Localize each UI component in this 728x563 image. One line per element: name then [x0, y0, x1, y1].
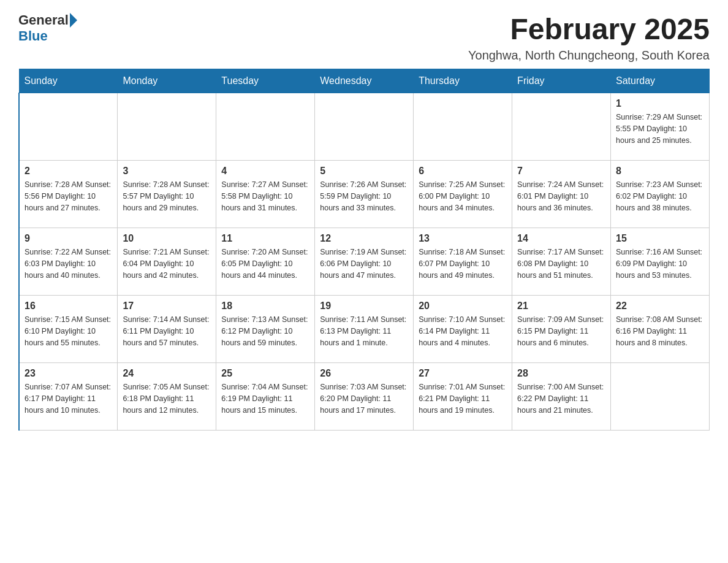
- day-info: Sunrise: 7:28 AM Sunset: 5:56 PM Dayligh…: [25, 179, 112, 213]
- day-info: Sunrise: 7:13 AM Sunset: 6:12 PM Dayligh…: [221, 314, 309, 348]
- calendar-day-cell: [414, 93, 512, 161]
- calendar-day-cell: [216, 93, 315, 161]
- day-info: Sunrise: 7:25 AM Sunset: 6:00 PM Dayligh…: [419, 179, 507, 213]
- day-number: 11: [221, 233, 309, 244]
- day-number: 1: [616, 98, 704, 109]
- day-number: 8: [616, 166, 704, 177]
- day-number: 6: [419, 166, 507, 177]
- day-info: Sunrise: 7:24 AM Sunset: 6:01 PM Dayligh…: [517, 179, 605, 213]
- day-info: Sunrise: 7:15 AM Sunset: 6:10 PM Dayligh…: [25, 314, 112, 348]
- calendar-day-cell: 16Sunrise: 7:15 AM Sunset: 6:10 PM Dayli…: [19, 296, 118, 363]
- day-info: Sunrise: 7:07 AM Sunset: 6:17 PM Dayligh…: [25, 381, 112, 416]
- weekday-header-tuesday: Tuesday: [216, 69, 315, 93]
- day-number: 13: [419, 233, 507, 244]
- day-number: 16: [25, 301, 112, 312]
- day-info: Sunrise: 7:16 AM Sunset: 6:09 PM Dayligh…: [616, 247, 704, 281]
- logo: General Blue: [18, 12, 78, 44]
- calendar-week-row: 1Sunrise: 7:29 AM Sunset: 5:55 PM Daylig…: [19, 93, 710, 161]
- weekday-header-saturday: Saturday: [611, 69, 710, 93]
- calendar-day-cell: 28Sunrise: 7:00 AM Sunset: 6:22 PM Dayli…: [512, 363, 611, 431]
- calendar-day-cell: [512, 93, 611, 161]
- calendar-day-cell: 8Sunrise: 7:23 AM Sunset: 6:02 PM Daylig…: [611, 161, 710, 228]
- day-info: Sunrise: 7:05 AM Sunset: 6:18 PM Dayligh…: [123, 381, 211, 416]
- calendar-week-row: 16Sunrise: 7:15 AM Sunset: 6:10 PM Dayli…: [19, 296, 710, 363]
- calendar-day-cell: 9Sunrise: 7:22 AM Sunset: 6:03 PM Daylig…: [19, 228, 118, 296]
- day-number: 25: [221, 368, 309, 379]
- calendar-day-cell: 27Sunrise: 7:01 AM Sunset: 6:21 PM Dayli…: [414, 363, 512, 431]
- calendar-day-cell: [611, 363, 710, 431]
- day-number: 3: [123, 166, 211, 177]
- calendar-table: SundayMondayTuesdayWednesdayThursdayFrid…: [18, 69, 710, 431]
- calendar-day-cell: 18Sunrise: 7:13 AM Sunset: 6:12 PM Dayli…: [216, 296, 315, 363]
- day-info: Sunrise: 7:19 AM Sunset: 6:06 PM Dayligh…: [320, 247, 408, 281]
- calendar-day-cell: 19Sunrise: 7:11 AM Sunset: 6:13 PM Dayli…: [315, 296, 414, 363]
- calendar-week-row: 2Sunrise: 7:28 AM Sunset: 5:56 PM Daylig…: [19, 161, 710, 228]
- day-number: 5: [320, 166, 408, 177]
- day-number: 21: [517, 301, 605, 312]
- day-info: Sunrise: 7:04 AM Sunset: 6:19 PM Dayligh…: [221, 381, 309, 416]
- day-info: Sunrise: 7:09 AM Sunset: 6:15 PM Dayligh…: [517, 314, 605, 348]
- calendar-day-cell: 2Sunrise: 7:28 AM Sunset: 5:56 PM Daylig…: [19, 161, 118, 228]
- day-info: Sunrise: 7:26 AM Sunset: 5:59 PM Dayligh…: [320, 179, 408, 213]
- weekday-header-row: SundayMondayTuesdayWednesdayThursdayFrid…: [19, 69, 710, 93]
- calendar-day-cell: 17Sunrise: 7:14 AM Sunset: 6:11 PM Dayli…: [118, 296, 216, 363]
- page-header: General Blue February 2025 Yonghwa, Nort…: [18, 12, 710, 63]
- weekday-header-sunday: Sunday: [19, 69, 118, 93]
- day-info: Sunrise: 7:01 AM Sunset: 6:21 PM Dayligh…: [419, 381, 507, 416]
- calendar-day-cell: [118, 93, 216, 161]
- day-info: Sunrise: 7:27 AM Sunset: 5:58 PM Dayligh…: [221, 179, 309, 213]
- calendar-day-cell: 23Sunrise: 7:07 AM Sunset: 6:17 PM Dayli…: [19, 363, 118, 431]
- day-number: 2: [25, 166, 112, 177]
- day-info: Sunrise: 7:28 AM Sunset: 5:57 PM Dayligh…: [123, 179, 211, 213]
- calendar-title: February 2025: [468, 12, 710, 46]
- day-number: 14: [517, 233, 605, 244]
- calendar-day-cell: 25Sunrise: 7:04 AM Sunset: 6:19 PM Dayli…: [216, 363, 315, 431]
- day-number: 10: [123, 233, 211, 244]
- calendar-day-cell: 21Sunrise: 7:09 AM Sunset: 6:15 PM Dayli…: [512, 296, 611, 363]
- day-number: 18: [221, 301, 309, 312]
- calendar-day-cell: 14Sunrise: 7:17 AM Sunset: 6:08 PM Dayli…: [512, 228, 611, 296]
- day-number: 7: [517, 166, 605, 177]
- day-number: 20: [419, 301, 507, 312]
- day-number: 28: [517, 368, 605, 379]
- logo-general-text: General: [18, 12, 69, 28]
- title-block: February 2025 Yonghwa, North Chungcheong…: [468, 12, 710, 63]
- day-number: 27: [419, 368, 507, 379]
- calendar-day-cell: 5Sunrise: 7:26 AM Sunset: 5:59 PM Daylig…: [315, 161, 414, 228]
- calendar-day-cell: 13Sunrise: 7:18 AM Sunset: 6:07 PM Dayli…: [414, 228, 512, 296]
- calendar-day-cell: 3Sunrise: 7:28 AM Sunset: 5:57 PM Daylig…: [118, 161, 216, 228]
- day-number: 9: [25, 233, 112, 244]
- day-number: 23: [25, 368, 112, 379]
- day-number: 15: [616, 233, 704, 244]
- calendar-week-row: 23Sunrise: 7:07 AM Sunset: 6:17 PM Dayli…: [19, 363, 710, 431]
- day-number: 24: [123, 368, 211, 379]
- calendar-day-cell: 7Sunrise: 7:24 AM Sunset: 6:01 PM Daylig…: [512, 161, 611, 228]
- weekday-header-friday: Friday: [512, 69, 611, 93]
- calendar-day-cell: 1Sunrise: 7:29 AM Sunset: 5:55 PM Daylig…: [611, 93, 710, 161]
- weekday-header-thursday: Thursday: [414, 69, 512, 93]
- logo-triangle-icon: [70, 13, 77, 28]
- day-info: Sunrise: 7:10 AM Sunset: 6:14 PM Dayligh…: [419, 314, 507, 348]
- calendar-day-cell: 20Sunrise: 7:10 AM Sunset: 6:14 PM Dayli…: [414, 296, 512, 363]
- calendar-subtitle: Yonghwa, North Chungcheong, South Korea: [468, 48, 710, 63]
- calendar-day-cell: 6Sunrise: 7:25 AM Sunset: 6:00 PM Daylig…: [414, 161, 512, 228]
- calendar-day-cell: 11Sunrise: 7:20 AM Sunset: 6:05 PM Dayli…: [216, 228, 315, 296]
- day-info: Sunrise: 7:14 AM Sunset: 6:11 PM Dayligh…: [123, 314, 211, 348]
- day-number: 19: [320, 301, 408, 312]
- calendar-day-cell: 12Sunrise: 7:19 AM Sunset: 6:06 PM Dayli…: [315, 228, 414, 296]
- day-number: 26: [320, 368, 408, 379]
- day-info: Sunrise: 7:08 AM Sunset: 6:16 PM Dayligh…: [616, 314, 704, 348]
- day-info: Sunrise: 7:23 AM Sunset: 6:02 PM Dayligh…: [616, 179, 704, 213]
- calendar-day-cell: 15Sunrise: 7:16 AM Sunset: 6:09 PM Dayli…: [611, 228, 710, 296]
- weekday-header-monday: Monday: [118, 69, 216, 93]
- calendar-day-cell: [315, 93, 414, 161]
- day-info: Sunrise: 7:29 AM Sunset: 5:55 PM Dayligh…: [616, 112, 704, 146]
- day-info: Sunrise: 7:22 AM Sunset: 6:03 PM Dayligh…: [25, 247, 112, 281]
- day-info: Sunrise: 7:17 AM Sunset: 6:08 PM Dayligh…: [517, 247, 605, 281]
- logo-blue-text: Blue: [18, 28, 48, 44]
- calendar-week-row: 9Sunrise: 7:22 AM Sunset: 6:03 PM Daylig…: [19, 228, 710, 296]
- day-info: Sunrise: 7:03 AM Sunset: 6:20 PM Dayligh…: [320, 381, 408, 416]
- day-info: Sunrise: 7:21 AM Sunset: 6:04 PM Dayligh…: [123, 247, 211, 281]
- calendar-day-cell: 4Sunrise: 7:27 AM Sunset: 5:58 PM Daylig…: [216, 161, 315, 228]
- calendar-day-cell: [19, 93, 118, 161]
